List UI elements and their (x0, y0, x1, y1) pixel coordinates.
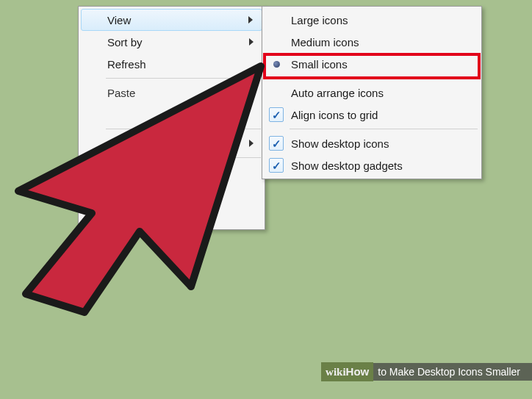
menu-label: Show desktop gadgets (291, 159, 403, 172)
menu-label (107, 137, 110, 150)
submenu-arrow-icon (249, 38, 254, 46)
submenu-item-show-gadgets[interactable]: ✓ Show desktop gadgets (265, 154, 479, 176)
menu-label: Refresh (107, 58, 146, 71)
submenu-arrow-icon (248, 16, 253, 24)
menu-item-paste[interactable]: Paste (81, 82, 262, 104)
submenu-item-show-desktop-icons[interactable]: ✓ Show desktop icons (265, 132, 479, 154)
submenu-item-auto-arrange[interactable]: Auto arrange icons (265, 82, 479, 104)
submenu-item-align-grid[interactable]: ✓ Align icons to grid (265, 104, 479, 126)
submenu-item-small-icons[interactable]: Small icons (265, 53, 479, 75)
menu-separator (106, 78, 261, 79)
menu-label-suffix: tion (157, 166, 175, 179)
caption-text: to Make Desktop Icons Smaller (373, 363, 532, 381)
menu-label: View (107, 14, 131, 26)
menu-label (107, 188, 110, 201)
personalize-icon (85, 209, 100, 223)
menu-separator (106, 129, 261, 129)
menu-item-obscured2[interactable] (81, 132, 262, 154)
checkbox-checked-icon: ✓ (269, 136, 284, 151)
menu-item-screen-resolution[interactable]: xxxxxxxxxtion (81, 161, 262, 183)
menu-label (107, 109, 110, 121)
radio-selected-icon (269, 57, 284, 71)
menu-label: Large icons (291, 14, 348, 26)
menu-separator (290, 78, 478, 79)
menu-item-view[interactable]: View (81, 9, 262, 31)
menu-separator (290, 129, 478, 129)
menu-label: Auto arrange icons (291, 87, 384, 99)
menu-separator (106, 157, 261, 158)
checkbox-checked-icon: ✓ (269, 107, 284, 122)
caption-bar: wikiHow to Make Desktop Icons Smaller (321, 361, 532, 383)
submenu-arrow-icon (249, 140, 254, 147)
menu-item-refresh[interactable]: Refresh (81, 53, 262, 75)
wikihow-logo: wikiHow (321, 362, 373, 381)
checkbox-checked-icon: ✓ (269, 158, 284, 173)
menu-label: Show desktop icons (291, 137, 389, 150)
menu-label: Medium icons (291, 36, 359, 48)
menu-label-suffix: ize (148, 210, 162, 223)
menu-label: Sort by (107, 36, 143, 48)
submenu-item-large-icons[interactable]: Large icons (265, 9, 479, 31)
menu-label: Paste (107, 87, 135, 99)
menu-item-sort-by[interactable]: Sort by (81, 31, 262, 53)
desktop-context-menu: View Sort by Refresh Paste xxxxxxxxxtion… (78, 6, 265, 230)
view-submenu: Large icons Medium icons Small icons Aut… (262, 6, 482, 179)
menu-label-prefix: P (107, 210, 115, 223)
menu-item-obscured3[interactable] (81, 183, 262, 205)
menu-item-personalize[interactable]: Pxxxxxxize (81, 205, 262, 227)
menu-item-obscured[interactable] (81, 104, 262, 126)
menu-label: Small icons (291, 58, 348, 71)
menu-label: Align icons to grid (291, 109, 378, 121)
submenu-item-medium-icons[interactable]: Medium icons (265, 31, 479, 53)
